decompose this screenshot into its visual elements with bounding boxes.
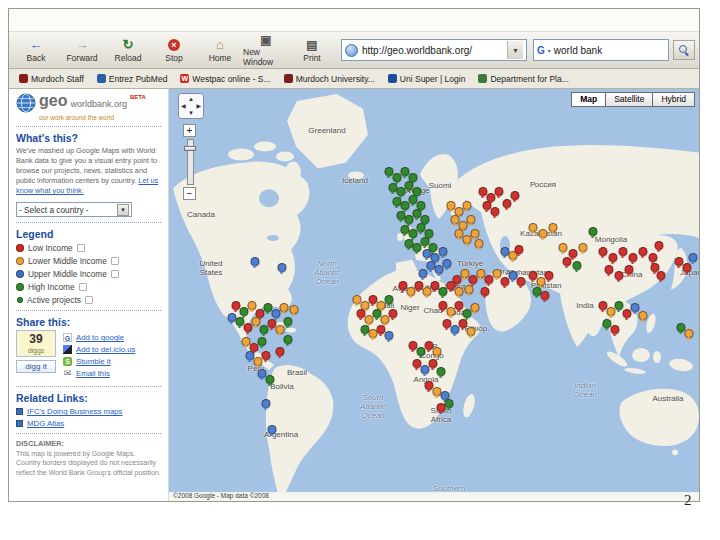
map-marker-pin[interactable]	[629, 253, 638, 262]
map-marker-pin[interactable]	[501, 277, 510, 286]
map-marker-pin[interactable]	[569, 249, 578, 258]
map-marker-pin[interactable]	[529, 223, 538, 232]
map-marker-pin[interactable]	[611, 325, 620, 334]
map-marker-pin[interactable]	[495, 187, 504, 196]
pan-left-icon[interactable]: ◀	[181, 103, 186, 109]
map-marker-pin[interactable]	[272, 309, 281, 318]
legend-info-icon[interactable]	[111, 257, 119, 265]
pan-down-icon[interactable]: ▼	[188, 110, 194, 116]
map-marker-pin[interactable]	[407, 287, 416, 296]
map-marker-pin[interactable]	[467, 215, 476, 224]
pan-right-icon[interactable]: ▶	[196, 103, 201, 109]
map-marker-pin[interactable]	[537, 277, 546, 286]
map-marker-pin[interactable]	[517, 277, 526, 286]
map-marker-pin[interactable]	[493, 269, 502, 278]
map-marker-pin[interactable]	[589, 227, 598, 236]
map-marker-pin[interactable]	[685, 329, 694, 338]
map-marker-pin[interactable]	[276, 347, 285, 356]
map-marker-pin[interactable]	[469, 275, 478, 284]
share-link-add-to-del-icio-us[interactable]: Add to del.icio.us	[63, 345, 135, 354]
related-link-label[interactable]: IFC's Doing Business maps	[27, 407, 123, 416]
map-marker-pin[interactable]	[605, 265, 614, 274]
map-marker-pin[interactable]	[649, 253, 658, 262]
share-link-label[interactable]: Stumble it	[76, 357, 111, 366]
map-marker-pin[interactable]	[683, 263, 692, 272]
map-marker-pin[interactable]	[463, 235, 472, 244]
map-type-map-button[interactable]: Map	[571, 92, 606, 107]
map-marker-pin[interactable]	[262, 399, 271, 408]
pan-up-icon[interactable]: ▲	[188, 96, 194, 102]
map-marker-pin[interactable]	[393, 173, 402, 182]
zoom-in-button[interactable]: +	[183, 124, 196, 137]
map-marker-pin[interactable]	[262, 351, 271, 360]
map-marker-pin[interactable]	[268, 425, 277, 434]
map-marker-pin[interactable]	[447, 307, 456, 316]
legend-info-icon[interactable]	[111, 270, 119, 278]
map-marker-pin[interactable]	[437, 367, 446, 376]
nav-forward-button[interactable]: →Forward	[59, 34, 105, 66]
share-link-label[interactable]: Add to del.icio.us	[76, 345, 135, 354]
map-marker-pin[interactable]	[609, 253, 618, 262]
map-marker-pin[interactable]	[421, 365, 430, 374]
map-marker-pin[interactable]	[503, 199, 512, 208]
nav-stop-button[interactable]: ×Stop	[151, 34, 197, 66]
bookmark-westpac-online-s[interactable]: WWestpac online - S...	[180, 74, 270, 84]
map-marker-pin[interactable]	[433, 347, 442, 356]
map-marker-pin[interactable]	[689, 253, 698, 262]
map-marker-pin[interactable]	[435, 265, 444, 274]
map-marker-pin[interactable]	[579, 243, 588, 252]
map-marker-pin[interactable]	[278, 263, 287, 272]
map-marker-pin[interactable]	[491, 207, 500, 216]
nav-print-button[interactable]: ▤Print	[289, 34, 335, 66]
digg-it-button[interactable]: digg it	[16, 360, 56, 373]
map-marker-pin[interactable]	[252, 317, 261, 326]
map-marker-pin[interactable]	[655, 241, 664, 250]
map-marker-pin[interactable]	[639, 311, 648, 320]
nav-back-button[interactable]: ←Back	[13, 34, 59, 66]
map-marker-pin[interactable]	[254, 357, 263, 366]
map-marker-pin[interactable]	[365, 315, 374, 324]
address-bar[interactable]: http://geo.worldbank.org/ ▼	[341, 39, 527, 61]
map-type-satellite-button[interactable]: Satellite	[606, 92, 653, 107]
map-marker-pin[interactable]	[545, 271, 554, 280]
google-search-engine-icon[interactable]: G	[537, 45, 545, 56]
map-marker-pin[interactable]	[439, 287, 448, 296]
url-text[interactable]: http://geo.worldbank.org/	[362, 45, 503, 56]
map-marker-pin[interactable]	[615, 271, 624, 280]
map-marker-pin[interactable]	[539, 229, 548, 238]
map-marker-pin[interactable]	[244, 323, 253, 332]
map-marker-pin[interactable]	[280, 303, 289, 312]
map-marker-pin[interactable]	[471, 303, 480, 312]
bookmark-uni-super-login[interactable]: Uni Super | Login	[388, 74, 466, 84]
map-marker-pin[interactable]	[276, 325, 285, 334]
map-marker-pin[interactable]	[397, 187, 406, 196]
map-marker-pin[interactable]	[607, 307, 616, 316]
related-link-ifc-s-doing-business-maps[interactable]: IFC's Doing Business maps	[16, 407, 161, 416]
map-marker-pin[interactable]	[381, 315, 390, 324]
map-marker-pin[interactable]	[385, 331, 394, 340]
map-marker-pin[interactable]	[413, 243, 422, 252]
related-link-mdg-atlas[interactable]: MDG Atlas	[16, 419, 161, 428]
map-marker-pin[interactable]	[385, 295, 394, 304]
bookmark-entrez-pubmed[interactable]: Entrez PubMed	[97, 74, 168, 84]
zoom-out-button[interactable]: −	[183, 187, 196, 200]
world-map[interactable]: GreenlandIcelandCanadaUnited StatesNorth…	[169, 89, 699, 501]
map-marker-pin[interactable]	[467, 327, 476, 336]
map-marker-pin[interactable]	[619, 247, 628, 256]
nav-new-window-button[interactable]: ▣New Window	[243, 34, 289, 66]
country-select[interactable]: - Select a country - ▼	[16, 202, 132, 217]
map-marker-pin[interactable]	[657, 271, 666, 280]
map-marker-pin[interactable]	[541, 291, 550, 300]
map-marker-pin[interactable]	[240, 307, 249, 316]
map-marker-pin[interactable]	[258, 337, 267, 346]
map-marker-pin[interactable]	[599, 247, 608, 256]
map-marker-pin[interactable]	[515, 245, 524, 254]
nav-home-button[interactable]: ⌂Home	[197, 34, 243, 66]
search-go-button[interactable]	[673, 40, 695, 60]
map-marker-pin[interactable]	[439, 247, 448, 256]
map-marker-pin[interactable]	[419, 269, 428, 278]
map-marker-pin[interactable]	[623, 309, 632, 318]
map-marker-pin[interactable]	[266, 375, 275, 384]
map-marker-pin[interactable]	[559, 243, 568, 252]
legend-info-icon[interactable]	[77, 244, 85, 252]
